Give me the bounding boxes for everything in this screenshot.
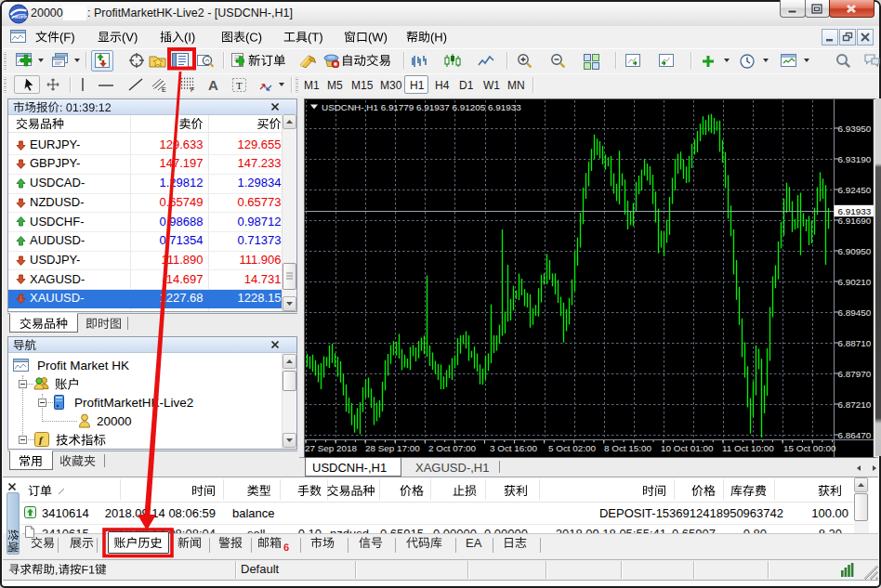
svg-text:USDCNH-,H1 6.91779 6.91937 6.: USDCNH-,H1 6.91779 6.91937 6.91205 6.919… (322, 102, 521, 112)
svg-text:PROFIT: PROFIT (12, 15, 27, 20)
svg-text:27 Sep 201828 Sep 17:002 Oct 0: 27 Sep 201828 Sep 17:002 Oct 07:003 Oct … (305, 443, 836, 453)
svg-text:T: T (236, 80, 243, 91)
svg-text:E: E (162, 86, 166, 93)
svg-text:F: F (191, 86, 194, 92)
svg-text:6.91933: 6.91933 (838, 206, 872, 216)
